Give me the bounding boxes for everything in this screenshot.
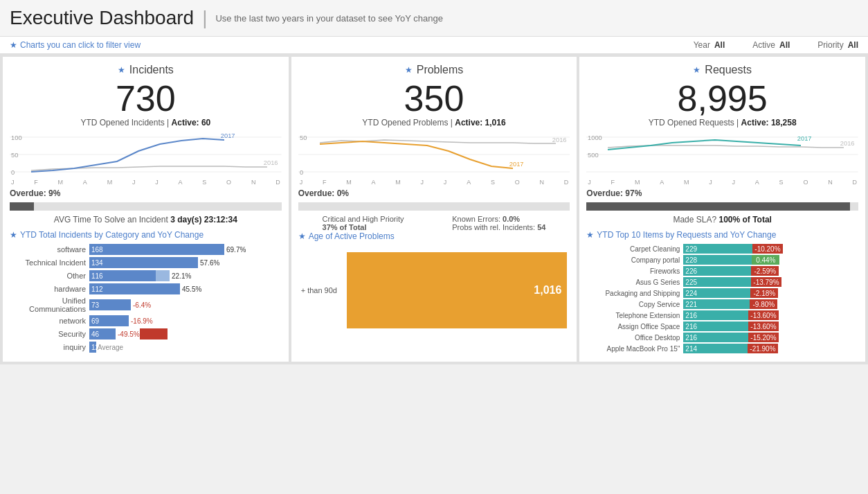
svg-text:1000: 1000 xyxy=(588,134,602,141)
active-label: Active xyxy=(752,40,775,50)
incidents-progress-bar xyxy=(10,202,282,211)
svg-text:2016: 2016 xyxy=(552,136,566,143)
problems-header: ★ Problems xyxy=(298,64,570,76)
requests-line-chart: 1000 500 2017 2016 xyxy=(586,130,858,179)
incidents-month-labels: JFMAMJJASOND xyxy=(10,179,282,186)
problems-panel: ★ Problems 350 YTD Opened Problems | Act… xyxy=(291,57,577,362)
requests-big-number: 8,995 xyxy=(586,80,858,116)
requests-chart-star: ★ xyxy=(586,230,594,240)
category-row: software16869.7% xyxy=(10,244,282,255)
requests-star-icon: ★ xyxy=(693,65,700,75)
age-bar-container: + than 90d 1,016 xyxy=(301,252,568,328)
incidents-panel: ★ Incidents 730 YTD Opened Incidents | A… xyxy=(3,57,289,362)
problems-big-number: 350 xyxy=(298,80,570,116)
top10-row: Telephone Extension216-13.60% xyxy=(586,310,858,320)
top10-yoy: -21.90% xyxy=(748,344,777,353)
cat-bar-blue: 73 xyxy=(89,299,131,310)
priority-value: All xyxy=(848,40,858,50)
top10-bar: 229 xyxy=(683,244,752,254)
problems-line-chart: 50 0 2017 2016 xyxy=(298,130,570,179)
requests-top10-section: ★ YTD Top 10 Items by Requests and YoY C… xyxy=(586,230,858,353)
cat-yoy-label: -6.4% xyxy=(131,301,151,309)
top10-row: Copy Service221-9.80% xyxy=(586,299,858,309)
priority-label: Priority xyxy=(817,40,843,50)
top10-row: Packaging and Shipping224-2.18% xyxy=(586,288,858,298)
cat-yoy-label: 69.7% xyxy=(224,246,246,254)
cat-bar-blue: 116 xyxy=(89,270,156,281)
incidents-category-section: ★ YTD Total Incidents by Category and Yo… xyxy=(10,230,282,353)
top10-yoy: -13.60% xyxy=(748,321,778,331)
header: Executive Dashboard | Use the last two y… xyxy=(0,0,868,37)
top10-row: Asus G Series225-13.79% xyxy=(586,277,858,287)
cat-bar-yoy xyxy=(167,257,198,268)
top10-yoy: 0.44% xyxy=(752,255,779,265)
top10-row: Assign Office Space216-13.60% xyxy=(586,321,858,331)
top10-item-label: Assign Office Space xyxy=(586,323,683,330)
age-bar: 1,016 xyxy=(347,252,568,328)
cat-yoy-label: 57.6% xyxy=(198,259,219,267)
top10-yoy: -2.18% xyxy=(750,288,778,298)
active-value: All xyxy=(779,40,790,50)
requests-progress-bar xyxy=(586,202,858,211)
top10-item-label: Office Desktop xyxy=(586,334,683,342)
cat-bar-blue: 46 xyxy=(89,328,116,339)
requests-panel: ★ Requests 8,995 YTD Opened Requests | A… xyxy=(579,57,865,362)
top10-item-label: Company portal xyxy=(586,256,683,264)
incidents-line-chart: 100 50 0 2017 2016 xyxy=(10,130,282,179)
top10-bar: 216 xyxy=(683,310,748,320)
problems-title: Problems xyxy=(417,64,464,76)
year-filter[interactable]: Year All xyxy=(694,40,725,50)
top10-row: Office Desktop216-15.20% xyxy=(586,333,858,342)
category-row: network69-16.9% xyxy=(10,315,282,326)
dashboard: ★ Incidents 730 YTD Opened Incidents | A… xyxy=(0,54,868,364)
top10-row: Company portal2280.44% xyxy=(586,255,858,265)
incidents-categories: software16869.7%Technical Incident13457.… xyxy=(10,244,282,353)
top10-bar: 226 xyxy=(683,266,751,276)
active-filter[interactable]: Active All xyxy=(752,40,790,50)
cat-label: hardware xyxy=(10,285,89,293)
age-bar-label: + than 90d xyxy=(301,286,343,294)
category-row: hardware11245.5% xyxy=(10,283,282,294)
cat-label: software xyxy=(10,245,89,254)
requests-header: ★ Requests xyxy=(586,64,858,76)
header-subtitle: Use the last two years in your dataset t… xyxy=(215,13,443,24)
average-label: Average xyxy=(98,344,123,351)
incidents-top: ★ Incidents 730 YTD Opened Incidents | A… xyxy=(10,64,282,224)
cat-bar-yoy xyxy=(186,244,224,255)
top10-yoy: -9.80% xyxy=(750,299,777,309)
incidents-avg-time: AVG Time To Solve an Incident 3 day(s) 2… xyxy=(10,215,282,224)
top10-yoy: -13.60% xyxy=(748,310,778,320)
top10-item-label: Telephone Extension xyxy=(586,312,683,319)
cat-bar-yoy xyxy=(140,328,168,339)
requests-progress-fill xyxy=(586,202,850,211)
problems-age-section: ★ Age of Active Problems + than 90d 1,01… xyxy=(298,231,570,331)
incidents-ytd: YTD Opened Incidents | Active: 60 xyxy=(10,118,282,127)
problems-star-icon: ★ xyxy=(405,65,413,75)
svg-text:2016: 2016 xyxy=(264,159,278,166)
top10-item-label: Carpet Cleaning xyxy=(586,245,683,253)
cat-bar-yoy xyxy=(154,283,180,294)
top10-bar: 216 xyxy=(683,321,748,331)
problems-overdue: Overdue: 0% xyxy=(298,188,570,198)
cat-bar-blue: 69 xyxy=(89,315,129,326)
filter-link[interactable]: ★ Charts you can click to filter view xyxy=(10,40,141,50)
requests-title: Requests xyxy=(705,64,752,76)
problems-ytd: YTD Opened Problems | Active: 1,016 xyxy=(298,118,570,127)
category-row: inquiry12Average xyxy=(10,342,282,353)
category-row: Unified Communications73-6.4% xyxy=(10,297,282,313)
header-divider: | xyxy=(202,7,207,29)
cat-yoy-label: -49.5% xyxy=(116,330,140,338)
problems-month-labels: JFMAMJJASOND xyxy=(298,179,570,186)
incidents-big-number: 730 xyxy=(10,80,282,116)
age-chart: + than 90d 1,016 xyxy=(298,245,570,331)
category-row: Security46-49.5% xyxy=(10,328,282,339)
incidents-star-icon: ★ xyxy=(118,65,125,75)
requests-sla: Made SLA? 100% of Total xyxy=(586,215,858,224)
cat-label: Technical Incident xyxy=(10,258,89,267)
priority-filter[interactable]: Priority All xyxy=(817,40,858,50)
page-title: Executive Dashboard xyxy=(10,7,194,29)
svg-text:0: 0 xyxy=(11,169,15,176)
filter-bar: ★ Charts you can click to filter view Ye… xyxy=(0,37,868,54)
cat-yoy-label: -16.9% xyxy=(129,317,153,325)
cat-label: Unified Communications xyxy=(10,297,89,313)
